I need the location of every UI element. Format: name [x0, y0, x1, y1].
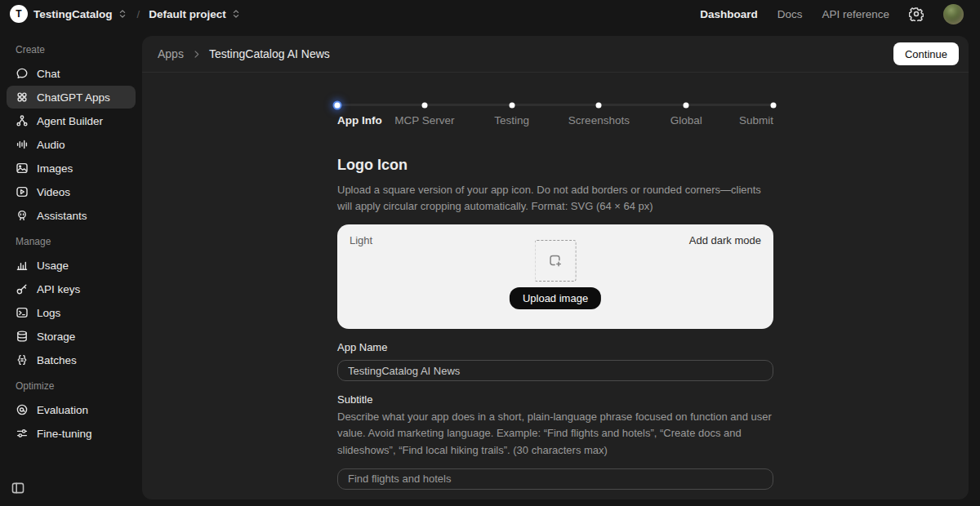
gear-icon[interactable] [909, 7, 924, 21]
assistants-icon [16, 209, 29, 222]
sidebar-section-manage: Manage [0, 228, 142, 253]
sidebar-item-usage[interactable]: Usage [7, 254, 136, 277]
org-name[interactable]: TestingCatalog [33, 8, 113, 20]
logo-icon-description: Upload a square version of your app icon… [337, 182, 773, 215]
stepper [337, 104, 773, 106]
breadcrumb-apps[interactable]: Apps [158, 47, 184, 60]
nav-api-reference[interactable]: API reference [822, 8, 889, 20]
sidebar-item-storage[interactable]: Storage [7, 325, 136, 348]
add-dark-mode-link[interactable]: Add dark mode [689, 234, 761, 246]
nav-docs[interactable]: Docs [777, 8, 803, 20]
logo-upload-card: Light Add dark mode Upload image [337, 224, 773, 329]
logo-icon-title: Logo Icon [337, 157, 773, 174]
step-dot-submit[interactable] [771, 102, 777, 108]
sidebar-item-label: Logs [37, 307, 60, 319]
sidebar: Create Chat ChatGPT Apps Agent Builder A… [0, 28, 142, 506]
subtitle-description: Describe what your app does in a short, … [337, 409, 773, 458]
org-selector-caret-icon[interactable] [117, 8, 128, 20]
project-name[interactable]: Default project [149, 8, 226, 20]
step-label-testing[interactable]: Testing [494, 114, 529, 126]
top-bar: T TestingCatalog / Default project Dashb… [0, 0, 980, 28]
images-icon [16, 162, 29, 175]
sidebar-section-create: Create [0, 36, 142, 61]
add-image-icon [549, 254, 563, 268]
sidebar-item-label: Chat [37, 68, 60, 80]
breadcrumb-slash: / [137, 8, 140, 20]
sidebar-item-label: Storage [37, 331, 75, 343]
storage-icon [16, 330, 29, 343]
sidebar-item-label: Usage [37, 260, 69, 272]
light-mode-label: Light [350, 234, 372, 246]
sidebar-item-label: Fine-tuning [37, 428, 92, 440]
step-label-submit[interactable]: Submit [739, 114, 773, 126]
panel-header: Apps TestingCatalog AI News Continue [142, 36, 969, 73]
sidebar-section-optimize: Optimize [0, 372, 142, 397]
sidebar-item-fine-tuning[interactable]: Fine-tuning [7, 422, 136, 445]
step-dot-mcp-server[interactable] [421, 102, 427, 108]
subtitle-label: Subtitle [337, 393, 773, 406]
nav-dashboard[interactable]: Dashboard [700, 8, 758, 20]
sidebar-item-label: Evaluation [37, 404, 88, 416]
step-dot-app-info[interactable] [335, 102, 341, 108]
panel-body: App Info MCP Server Testing Screenshots … [142, 73, 969, 499]
sidebar-item-label: Audio [37, 139, 65, 151]
sidebar-item-chatgpt-apps[interactable]: ChatGPT Apps [7, 86, 136, 109]
breadcrumb-current-app: TestingCatalog AI News [209, 47, 330, 60]
sidebar-item-label: Assistants [37, 210, 87, 222]
step-label-global[interactable]: Global [670, 114, 702, 126]
logo-dropzone[interactable] [535, 240, 577, 282]
sidebar-item-evaluation[interactable]: Evaluation [7, 398, 136, 421]
top-nav: Dashboard Docs API reference [700, 4, 964, 24]
apps-icon [16, 91, 29, 104]
sidebar-item-videos[interactable]: Videos [7, 180, 136, 203]
agent-builder-icon [16, 114, 29, 127]
app-name-input[interactable] [337, 360, 773, 381]
step-label-screenshots[interactable]: Screenshots [568, 114, 630, 126]
step-dot-testing[interactable] [509, 102, 514, 108]
sidebar-item-batches[interactable]: Batches [7, 348, 136, 371]
sidebar-item-chat[interactable]: Chat [7, 62, 136, 85]
sidebar-collapse-icon[interactable] [11, 481, 25, 495]
step-dot-global[interactable] [684, 102, 689, 108]
sidebar-item-images[interactable]: Images [7, 157, 136, 180]
step-label-mcp-server[interactable]: MCP Server [394, 114, 454, 126]
sidebar-item-audio[interactable]: Audio [7, 133, 136, 156]
usage-icon [16, 259, 29, 272]
continue-button[interactable]: Continue [893, 42, 959, 65]
sidebar-item-assistants[interactable]: Assistants [7, 204, 136, 227]
upload-image-button[interactable]: Upload image [510, 287, 601, 309]
chevron-right-icon [191, 49, 202, 60]
fine-tuning-icon [16, 427, 29, 440]
org-avatar[interactable]: T [10, 5, 28, 23]
sidebar-item-label: Images [37, 162, 73, 175]
key-icon [16, 282, 29, 295]
sidebar-item-agent-builder[interactable]: Agent Builder [7, 109, 136, 132]
step-dot-screenshots[interactable] [596, 102, 602, 108]
step-label-app-info[interactable]: App Info [337, 114, 382, 126]
audio-icon [16, 138, 29, 151]
videos-icon [16, 185, 29, 198]
main-panel: Apps TestingCatalog AI News Continue [142, 36, 969, 499]
stepper-labels: App Info MCP Server Testing Screenshots … [337, 114, 773, 129]
sidebar-item-label: ChatGPT Apps [37, 91, 110, 104]
sidebar-item-logs[interactable]: Logs [7, 301, 136, 324]
sidebar-item-label: Batches [37, 354, 77, 366]
evaluation-icon [16, 403, 29, 416]
batches-icon [16, 353, 29, 366]
sidebar-item-label: API keys [37, 283, 80, 295]
workspace-switcher: T TestingCatalog / Default project [10, 5, 242, 23]
sidebar-item-api-keys[interactable]: API keys [7, 277, 136, 300]
project-selector-caret-icon[interactable] [230, 8, 242, 20]
sidebar-item-label: Agent Builder [37, 115, 103, 127]
chat-icon [16, 67, 29, 80]
sidebar-item-label: Videos [37, 186, 70, 198]
breadcrumb: Apps TestingCatalog AI News [158, 47, 330, 60]
logs-icon [16, 306, 29, 319]
subtitle-input[interactable] [337, 468, 773, 490]
app-name-label: App Name [337, 341, 773, 353]
user-avatar[interactable] [943, 4, 964, 24]
